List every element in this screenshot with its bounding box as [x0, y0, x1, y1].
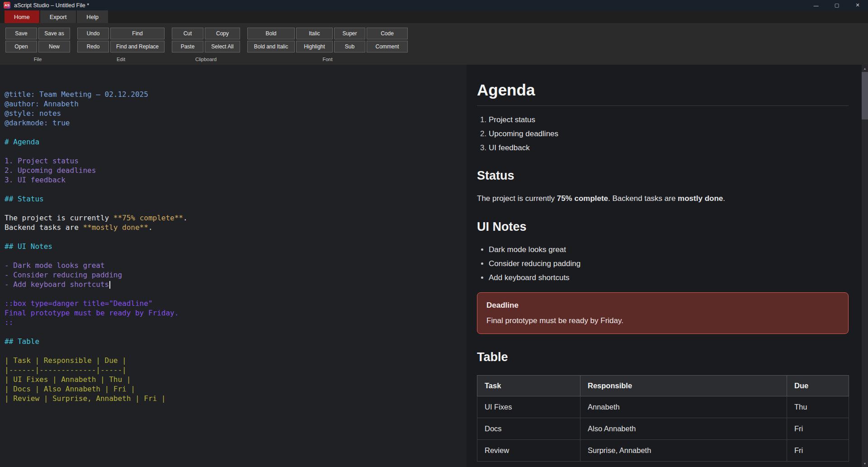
editor-line: 2. Upcoming deadlines: [5, 166, 467, 175]
ribbon-group-file: SaveOpenSave asNewFile: [5, 28, 70, 65]
window-controls: — ▢ ✕: [806, 0, 868, 10]
new-button[interactable]: New: [38, 41, 70, 52]
table-cell: Surprise, Annabeth: [580, 440, 787, 462]
editor-line: Final prototype must be ready by Friday.: [5, 308, 467, 318]
bold-text: 75% complete: [557, 194, 608, 203]
table-cell: Thu: [787, 396, 849, 418]
ribbon-column: SaveOpen: [5, 28, 37, 52]
agenda-item: UI feedback: [489, 143, 849, 152]
highlight-button[interactable]: Highlight: [296, 41, 333, 52]
title-bar: AS aScript Studio – Untitled File * — ▢ …: [0, 0, 868, 10]
preview-scrollbar[interactable]: ▲ ▼: [862, 65, 868, 467]
code-segment-meta: @style: notes: [5, 109, 61, 118]
redo-button[interactable]: Redo: [77, 41, 109, 52]
undo-button[interactable]: Undo: [77, 28, 109, 39]
code-segment-box: ::: [5, 318, 13, 327]
close-button[interactable]: ✕: [847, 0, 868, 10]
scroll-down-icon[interactable]: ▼: [862, 460, 868, 467]
code-segment-box: Final prototype must be ready by Friday.: [5, 309, 179, 317]
table-cell: Also Annabeth: [580, 418, 787, 440]
agenda-list: Project statusUpcoming deadlinesUI feedb…: [477, 115, 849, 152]
code-segment-text: .: [183, 214, 188, 222]
minimize-button[interactable]: —: [806, 0, 826, 10]
editor-pane[interactable]: @title: Team Meeting – 02.12.2025@author…: [0, 65, 467, 467]
copy-button[interactable]: Copy: [205, 28, 240, 39]
find-and-replace-button[interactable]: Find and Replace: [110, 41, 165, 52]
code-segment-list: 1. Project status: [5, 157, 79, 165]
ribbon-group-clipboard: CutPasteCopySelect AllClipboard: [172, 28, 240, 65]
editor-line: | UI Fixes | Annabeth | Thu |: [5, 375, 467, 384]
editor-line: ## Table: [5, 337, 467, 346]
super-button[interactable]: Super: [334, 28, 365, 39]
italic-button[interactable]: Italic: [296, 28, 333, 39]
bold-and-italic-button[interactable]: Bold and Italic: [247, 41, 295, 52]
editor-line: - Add keyboard shortcuts: [5, 280, 467, 289]
table-row: ReviewSurprise, AnnabethFri: [477, 440, 849, 462]
table-header-cell: Due: [787, 376, 849, 396]
agenda-item: Project status: [489, 115, 849, 124]
editor-line: [5, 204, 467, 213]
code-segment-meta: @title: Team Meeting – 02.12.2025: [5, 90, 148, 99]
ribbon-group-label: Font: [247, 57, 408, 62]
main-split: @title: Team Meeting – 02.12.2025@author…: [0, 65, 868, 467]
editor-line: | Task | Responsible | Due |: [5, 356, 467, 365]
tab-home[interactable]: Home: [5, 10, 39, 23]
plain-text: The project is currently: [477, 194, 557, 203]
text-cursor: [109, 281, 110, 289]
cut-button[interactable]: Cut: [172, 28, 203, 39]
code-segment-bold: **75% complete**: [113, 214, 183, 222]
code-segment-list: 2. Upcoming deadlines: [5, 166, 96, 175]
code-button[interactable]: Code: [367, 28, 408, 39]
preview-heading-ui-notes: UI Notes: [477, 220, 849, 234]
editor-line: [5, 185, 467, 194]
editor-line: [5, 289, 467, 299]
code-segment-text: The project is currently: [5, 214, 113, 222]
scrollbar-thumb[interactable]: [862, 72, 868, 119]
table-cell: Fri: [787, 440, 849, 462]
find-button[interactable]: Find: [110, 28, 165, 39]
comment-button[interactable]: Comment: [367, 41, 408, 52]
tab-export[interactable]: Export: [40, 10, 76, 23]
save-as-button[interactable]: Save as: [38, 28, 70, 39]
save-button[interactable]: Save: [5, 28, 37, 39]
ribbon-group-label: File: [5, 57, 70, 62]
bold-button[interactable]: Bold: [247, 28, 295, 39]
editor-line: Backend tasks are **mostly done**.: [5, 223, 467, 232]
code-segment-list: 3. UI feedback: [5, 176, 66, 184]
table-row: UI FixesAnnabethThu: [477, 396, 849, 418]
table-row: DocsAlso AnnabethFri: [477, 418, 849, 440]
ribbon-column: SuperSub: [334, 28, 365, 52]
ribbon-group-label: Clipboard: [172, 57, 240, 62]
note-item: Add keyboard shortcuts: [489, 273, 849, 282]
code-segment-meta: @author: Annabeth: [5, 100, 79, 108]
tab-help[interactable]: Help: [77, 10, 108, 23]
editor-line: @style: notes: [5, 109, 467, 118]
editor-line: | Review | Surprise, Annabeth | Fri |: [5, 394, 467, 403]
note-item: Dark mode looks great: [489, 245, 849, 254]
table-cell: Docs: [477, 418, 580, 440]
code-segment-heading: ## Status: [5, 195, 44, 203]
maximize-icon: ▢: [835, 2, 839, 8]
open-button[interactable]: Open: [5, 41, 37, 52]
editor-line: [5, 232, 467, 242]
app-icon: AS: [4, 2, 10, 9]
code-segment-bold: **mostly done**: [83, 223, 148, 232]
scroll-up-icon[interactable]: ▲: [862, 65, 868, 71]
sub-button[interactable]: Sub: [334, 41, 365, 52]
editor-line: [5, 346, 467, 356]
select-all-button[interactable]: Select All: [205, 41, 240, 52]
code-segment-table: | UI Fixes | Annabeth | Thu |: [5, 375, 131, 384]
bold-text: mostly done: [678, 194, 723, 203]
editor-line: | Docs | Also Annabeth | Fri |: [5, 384, 467, 394]
editor-line: @darkmode: true: [5, 118, 467, 128]
note-item: Consider reducing padding: [489, 259, 849, 268]
editor-line: @author: Annabeth: [5, 99, 467, 109]
paste-button[interactable]: Paste: [172, 41, 203, 52]
maximize-button[interactable]: ▢: [826, 0, 847, 10]
editor-line: - Dark mode looks great: [5, 261, 467, 270]
editor-line: The project is currently **75% complete*…: [5, 213, 467, 223]
code-segment-meta: @darkmode: true: [5, 119, 70, 127]
editor-line: ::box type=danger title="Deadline": [5, 299, 467, 308]
danger-box-title: Deadline: [486, 301, 839, 310]
code-segment-heading: # Agenda: [5, 138, 39, 146]
